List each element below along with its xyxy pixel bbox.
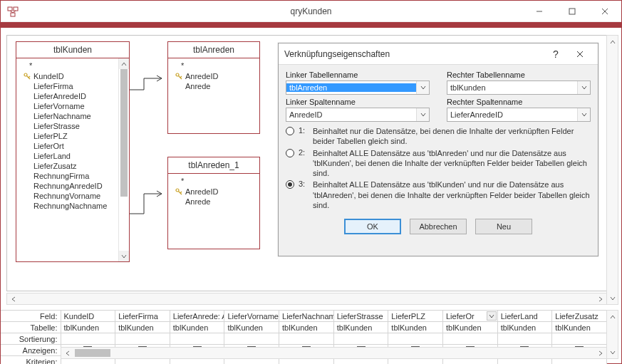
qbe-cell[interactable]: tblKunden <box>170 322 224 333</box>
table-field[interactable]: LieferZusatz <box>21 161 118 171</box>
qbe-cell[interactable]: LieferAnrede: Anrede <box>170 311 224 322</box>
dialog-body: Linker Tabellenname tblAnreden Rechter T… <box>279 65 598 241</box>
left-col-combo[interactable]: AnredeID <box>286 108 430 122</box>
table-field[interactable]: LieferVorname <box>21 101 118 111</box>
table-tblanreden1[interactable]: tblAnreden_1 * AnredeIDAnrede <box>167 157 260 249</box>
table-field[interactable]: KundeID <box>21 71 118 81</box>
table-field[interactable]: LieferOrt <box>21 141 118 151</box>
qbe-cell[interactable]: tblKunden <box>497 322 552 333</box>
table-field[interactable]: Anrede <box>172 81 258 91</box>
canvas-hscroll[interactable] <box>6 293 607 305</box>
qbe-cell[interactable]: tblKunden <box>552 322 607 333</box>
table-field[interactable]: LieferStrasse <box>21 121 118 131</box>
qbe-cell[interactable] <box>333 333 388 345</box>
scroll-down-icon[interactable] <box>606 346 618 358</box>
qbe-cell[interactable]: LieferVorname <box>224 311 279 322</box>
table-star[interactable]: * <box>172 177 258 187</box>
table-field[interactable]: LieferLand <box>21 151 118 161</box>
radio-button[interactable] <box>286 127 294 135</box>
qbe-cell[interactable] <box>61 333 115 345</box>
join-option[interactable]: 2:Beinhaltet ALLE Datensätze aus 'tblAnr… <box>286 147 591 179</box>
qbe-cell[interactable] <box>224 333 279 345</box>
right-col-combo[interactable]: LieferAnredeID <box>447 108 591 122</box>
qbe-cell[interactable]: KundeID <box>61 311 115 322</box>
dialog-titlebar[interactable]: Verknüpfungseigenschaften ? <box>279 43 598 65</box>
qbe-cell[interactable]: LieferOr <box>442 311 497 322</box>
qbe-cell[interactable]: tblKunden <box>333 322 388 333</box>
dialog-close-button[interactable] <box>568 43 592 64</box>
table-tblanreden[interactable]: tblAnreden * AnredeIDAnrede <box>167 41 260 134</box>
scrollbar-vertical[interactable] <box>118 58 129 261</box>
chevron-down-icon[interactable] <box>577 81 590 94</box>
qbe-cell[interactable] <box>388 333 443 345</box>
scroll-down-icon[interactable] <box>119 251 129 261</box>
qbe-cell[interactable]: tblKunden <box>442 322 497 333</box>
scroll-down-icon[interactable] <box>606 292 618 304</box>
radio-button[interactable] <box>286 149 294 157</box>
qbe-cell[interactable] <box>497 333 552 345</box>
join-line-2[interactable] <box>130 192 167 221</box>
scroll-up-icon[interactable] <box>606 311 618 323</box>
qbe-cell[interactable]: tblKunden <box>115 322 170 333</box>
qbe-cell[interactable]: LieferStrasse <box>333 311 388 322</box>
join-line-1[interactable] <box>130 77 167 91</box>
qbe-cell[interactable]: tblKunden <box>279 322 334 333</box>
chevron-down-icon[interactable] <box>416 108 429 121</box>
new-button[interactable]: Neu <box>475 219 532 234</box>
qbe-cell[interactable]: tblKunden <box>224 322 279 333</box>
qbe-hscroll[interactable] <box>61 347 607 359</box>
qbe-cell[interactable]: tblKunden <box>388 322 443 333</box>
qbe-cell[interactable]: tblKunden <box>61 322 115 333</box>
scroll-up-icon[interactable] <box>606 36 618 48</box>
field-list-kunden: KundeIDLieferFirmaLieferAnredeIDLieferVo… <box>21 71 118 211</box>
table-field[interactable]: LieferFirma <box>21 81 118 91</box>
left-table-combo[interactable]: tblAnreden <box>286 80 430 95</box>
qbe-cell[interactable] <box>552 333 607 345</box>
table-star[interactable]: * <box>172 61 258 71</box>
table-tblkunden[interactable]: tblKunden * KundeIDLieferFirmaLieferAnre… <box>16 41 130 262</box>
qbe-cell[interactable]: LieferNachname <box>279 311 334 322</box>
table-field[interactable]: RechnungAnredeID <box>21 181 118 191</box>
right-table-combo[interactable]: tblKunden <box>447 80 591 95</box>
scroll-up-icon[interactable] <box>119 58 129 69</box>
table-field[interactable]: AnredeID <box>172 71 258 81</box>
option-text: Beinhaltet ALLE Datensätze aus 'tblAnred… <box>313 148 591 179</box>
join-option[interactable]: 1:Beinhaltet nur die Datensätze, bei den… <box>286 125 591 147</box>
table-field[interactable]: LieferPLZ <box>21 131 118 141</box>
table-star[interactable]: * <box>21 61 118 71</box>
chevron-down-icon[interactable] <box>487 311 497 321</box>
qbe-cell[interactable]: LieferZusatz <box>552 311 607 322</box>
chevron-down-icon[interactable] <box>577 108 590 121</box>
scroll-left-icon[interactable] <box>7 293 19 305</box>
chevron-down-icon[interactable] <box>416 81 429 94</box>
field-label: RechnungAnredeID <box>32 182 103 190</box>
scroll-left-icon[interactable] <box>61 347 73 359</box>
join-option[interactable]: 3:Beinhaltet ALLE Datensätze aus 'tblKun… <box>286 178 591 210</box>
qbe-cell[interactable] <box>279 333 334 345</box>
table-field[interactable]: LieferAnredeID <box>21 91 118 101</box>
table-field[interactable]: RechnungFirma <box>21 171 118 181</box>
scroll-right-icon[interactable] <box>594 293 606 305</box>
table-field[interactable]: RechnungVorname <box>21 191 118 201</box>
qbe-cell[interactable] <box>115 333 170 345</box>
radio-button[interactable] <box>286 180 294 189</box>
canvas-vscroll[interactable] <box>606 35 618 305</box>
qbe-grid[interactable]: Feld:KundeIDLieferFirmaLieferAnrede: Anr… <box>1 310 607 359</box>
cancel-button[interactable]: Abbrechen <box>410 219 467 234</box>
qbe-vscroll[interactable] <box>606 310 618 359</box>
table-field[interactable]: RechnungNachname <box>21 201 118 211</box>
scroll-right-icon[interactable] <box>594 347 606 359</box>
qbe-cell[interactable]: LieferFirma <box>115 311 170 322</box>
table-field[interactable]: LieferNachname <box>21 111 118 121</box>
table-field[interactable]: Anrede <box>172 197 258 207</box>
qbe-cell[interactable] <box>170 333 224 345</box>
ok-button[interactable]: OK <box>344 219 401 234</box>
qbe-cell[interactable] <box>442 333 497 345</box>
qbe-cell[interactable]: LieferPLZ <box>388 311 443 322</box>
qbe-cell[interactable]: LieferLand <box>497 311 552 322</box>
scroll-thumb[interactable] <box>75 349 110 357</box>
design-canvas[interactable]: tblKunden * KundeIDLieferFirmaLieferAnre… <box>6 35 607 291</box>
scroll-thumb[interactable] <box>119 69 129 251</box>
dialog-help-button[interactable]: ? <box>544 43 568 64</box>
table-field[interactable]: AnredeID <box>172 187 258 197</box>
